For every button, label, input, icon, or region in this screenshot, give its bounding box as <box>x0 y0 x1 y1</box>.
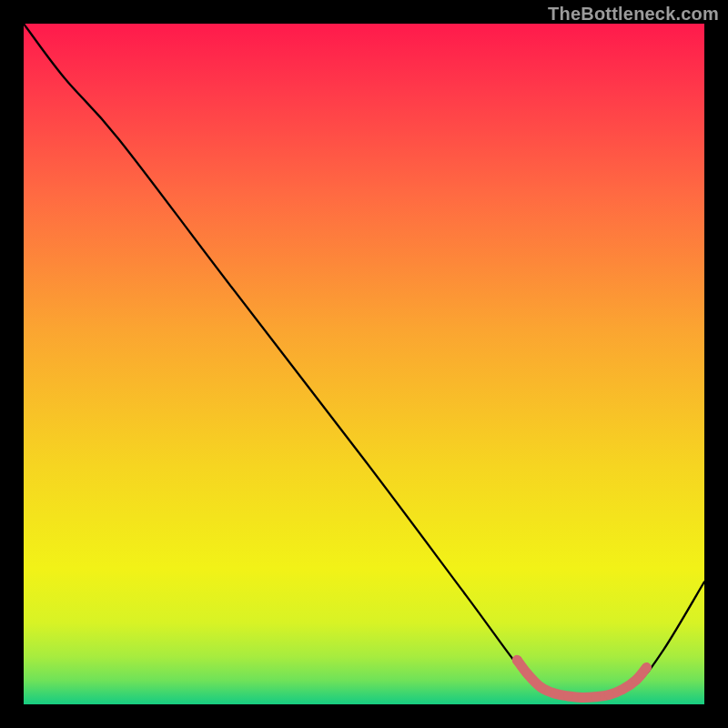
curve-layer <box>24 24 704 704</box>
bottleneck-curve <box>24 24 704 698</box>
plot-area <box>24 24 704 704</box>
marker-dot <box>522 669 532 679</box>
watermark-text: TheBottleneck.com <box>548 4 719 25</box>
marker-dot <box>512 655 522 665</box>
chart-frame: TheBottleneck.com <box>0 0 728 728</box>
marker-dot <box>642 662 652 672</box>
marker-dot <box>536 682 546 693</box>
marker-dot <box>550 689 560 699</box>
marker-dot <box>591 692 601 702</box>
marker-dot <box>604 690 614 700</box>
marker-dot <box>577 693 587 703</box>
optimal-band-markers <box>517 660 646 697</box>
marker-dot <box>563 692 573 702</box>
marker-dot <box>618 684 628 694</box>
marker-dot <box>632 675 642 685</box>
